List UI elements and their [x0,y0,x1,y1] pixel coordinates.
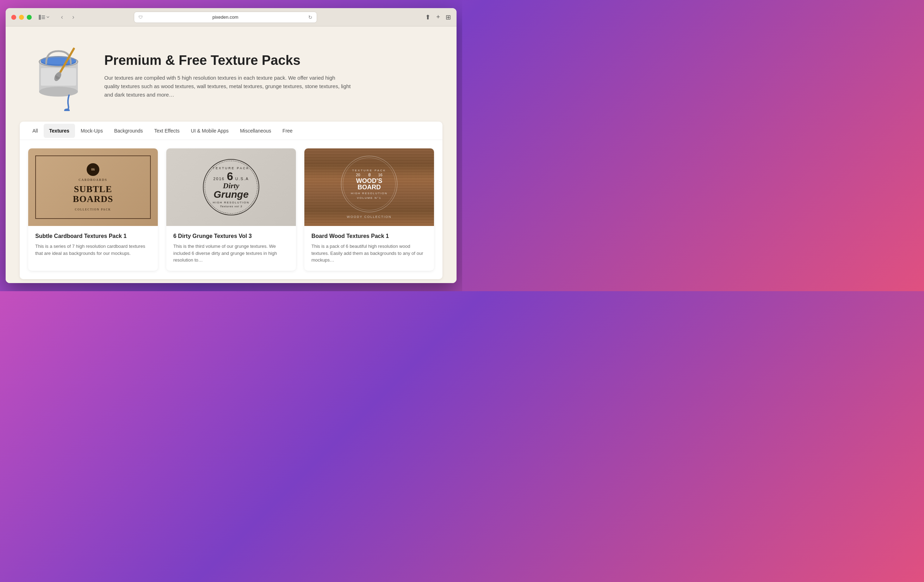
reload-button[interactable]: ↻ [308,15,312,20]
share-icon[interactable]: ⬆ [425,13,431,21]
grunge-top-text: Texture Pack [213,166,249,170]
wood-content: Texture Pack 20 🛢 16 Wood's Board [304,149,434,226]
card-info-grunge: 6 Dirty Grunge Textures Vol 3 This is th… [166,226,296,271]
toolbar-right: ⬆ + ⊞ [425,13,451,21]
hero-description: Our textures are compiled with 5 high re… [104,74,351,99]
card-image-wood: Texture Pack 20 🛢 16 Wood's Board [304,149,434,226]
grunge-bottom-text: High Resolution [213,201,249,204]
grunge-circle: Texture Pack 2016 6 U.S.A Dirty Grunge H… [203,159,259,215]
svg-rect-0 [39,15,41,20]
wood-vol-text: Volume N°1 [357,196,381,200]
tab-all[interactable]: All [27,124,44,138]
filter-tabs: All Textures Mock-Ups Backgrounds Text E… [20,122,442,140]
tab-ui-mobile[interactable]: UI & Mobile Apps [185,124,234,138]
traffic-lights [11,15,32,20]
card-title-cardboard: Subtle Cardboard Textures Pack 1 [35,233,151,239]
grunge-dirty-text: Dirty [223,182,239,190]
hero-section: Premium & Free Texture Packs Our texture… [6,26,457,122]
card-wood[interactable]: Texture Pack 20 🛢 16 Wood's Board [304,149,434,271]
tab-free[interactable]: Free [277,124,299,138]
card-info-cardboard: Subtle Cardboard Textures Pack 1 This is… [28,226,158,264]
svg-rect-1 [41,15,45,16]
tab-miscellaneous[interactable]: Miscellaneous [234,124,277,138]
card-desc-grunge: This is the third volume of our grunge t… [173,243,289,264]
tab-backgrounds[interactable]: Backgrounds [109,124,148,138]
page-content: Premium & Free Texture Packs Our texture… [6,26,457,283]
nav-buttons: ‹ › [58,13,78,21]
filter-section: All Textures Mock-Ups Backgrounds Text E… [20,122,442,279]
browser-window: ‹ › 🛡 pixeden.com ↻ ⬆ + ⊞ [6,8,457,283]
hero-title: Premium & Free Texture Packs [104,53,428,68]
card-image-cardboard: 06 Cardboards SubtleBoards Collection Pa… [28,149,158,226]
minimize-button[interactable] [19,15,24,20]
new-tab-icon[interactable]: + [436,13,440,21]
back-button[interactable]: ‹ [58,13,66,21]
wood-sub-text: High Resolution [351,192,388,195]
card-desc-cardboard: This is a series of 7 high resolution ca… [35,243,151,256]
grunge-grunge-text: Grunge [213,190,249,200]
address-bar[interactable]: 🛡 pixeden.com ↻ [134,12,317,23]
tab-textures[interactable]: Textures [44,124,75,138]
card-cardboard[interactable]: 06 Cardboards SubtleBoards Collection Pa… [28,149,158,271]
wood-collection-text: Woody Collection [347,215,392,218]
close-button[interactable] [11,15,16,20]
svg-rect-3 [41,18,45,19]
cards-grid: 06 Cardboards SubtleBoards Collection Pa… [20,140,442,279]
card-grunge[interactable]: Texture Pack 2016 6 U.S.A Dirty Grunge H… [166,149,296,271]
security-icon: 🛡 [139,15,143,20]
card-title-grunge: 6 Dirty Grunge Textures Vol 3 [173,233,289,239]
card-badge: 06 [87,163,99,176]
sidebar-toggle[interactable] [39,15,50,20]
card-image-grunge: Texture Pack 2016 6 U.S.A Dirty Grunge H… [166,149,296,226]
wood-years: 20 🛢 16 [356,173,383,177]
url-display: pixeden.com [145,15,305,20]
card-collection-label: Collection Pack [75,208,111,211]
maximize-button[interactable] [27,15,32,20]
card-label-cardboards: Cardboards [79,178,107,182]
chevron-down-icon [46,16,50,18]
wood-main-title: Wood's Board [356,178,382,190]
wood-top-text: Texture Pack [352,169,386,172]
card-main-title-subtle: SubtleBoards [73,184,113,205]
forward-button[interactable]: › [69,13,78,21]
svg-point-6 [39,87,78,97]
tab-mockups[interactable]: Mock-Ups [75,124,109,138]
hero-image [27,41,90,111]
svg-rect-2 [41,17,45,18]
card-info-wood: Board Wood Textures Pack 1 This is a pac… [304,226,434,271]
hero-text: Premium & Free Texture Packs Our texture… [104,53,428,99]
grunge-vol-text: Textures vol 3 [220,205,243,208]
card-title-wood: Board Wood Textures Pack 1 [312,233,427,239]
tabs-icon[interactable]: ⊞ [446,13,451,21]
title-bar: ‹ › 🛡 pixeden.com ↻ ⬆ + ⊞ [6,8,457,26]
wood-circle: Texture Pack 20 🛢 16 Wood's Board [341,156,398,212]
card-desc-wood: This is a pack of 6 beautiful high resol… [312,243,427,264]
tab-text-effects[interactable]: Text Effects [148,124,185,138]
